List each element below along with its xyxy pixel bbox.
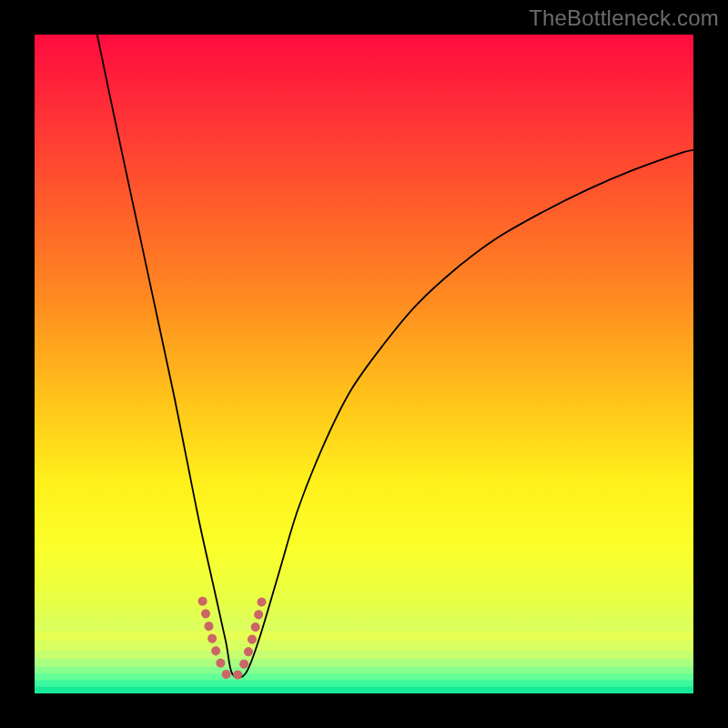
chart-frame: TheBottleneck.com <box>0 0 728 728</box>
watermark-text: TheBottleneck.com <box>529 5 719 31</box>
curve-layer <box>35 35 693 693</box>
series-valley-emphasis <box>203 602 262 677</box>
series-bottleneck-curve <box>97 35 693 678</box>
plot-area <box>35 35 693 693</box>
